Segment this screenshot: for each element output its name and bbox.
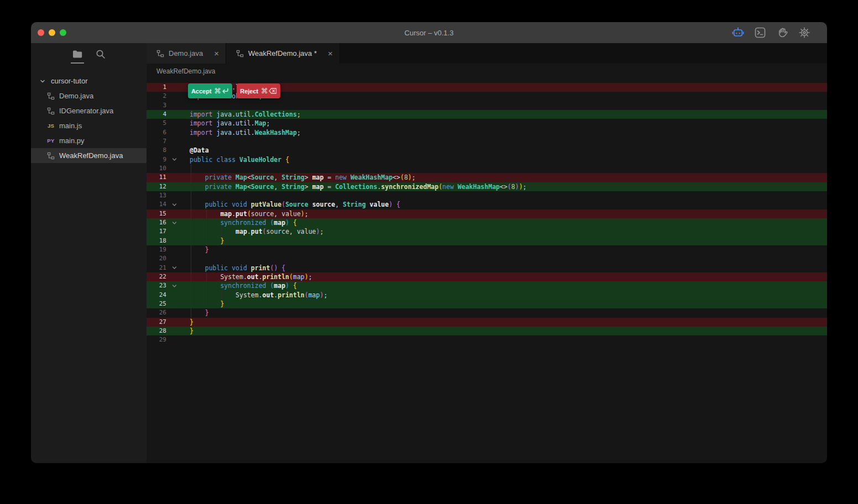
close-tab-icon[interactable]: × [327, 49, 334, 57]
gutter-fold [166, 327, 182, 335]
tree-item-demo-java[interactable]: Demo.java [31, 88, 147, 103]
fold-chevron-icon[interactable] [172, 202, 177, 207]
code-line-18-add[interactable]: 18 } [147, 237, 827, 245]
line-number: 21 [147, 264, 166, 272]
search-icon[interactable] [94, 48, 107, 61]
code-line-26[interactable]: 26 } [147, 308, 827, 317]
code-line-9[interactable]: 9public class ValueHolder { [147, 155, 827, 164]
fold-chevron-icon[interactable] [172, 265, 177, 270]
code-line-13[interactable]: 13 [147, 191, 827, 200]
code-line-4-add[interactable]: 4import java.util.Collections; [147, 110, 827, 119]
code-line-20[interactable]: 20 [147, 254, 827, 263]
code-text: System.out.println(map); [182, 291, 327, 300]
gutter-fold [166, 110, 182, 119]
code-line-25-add[interactable]: 25 } [147, 300, 827, 308]
code-line-21[interactable]: 21 public void print() { [147, 264, 827, 272]
code-line-11-del[interactable]: 11 private Map<Source, String> map = new… [147, 173, 827, 182]
line-number: 23 [147, 281, 166, 290]
gutter-fold[interactable] [166, 281, 182, 290]
code-text: } [182, 237, 224, 245]
code-line-15-del[interactable]: 15 map.put(source, value); [147, 209, 827, 218]
code-line-10[interactable]: 10 [147, 164, 827, 173]
code-text [182, 191, 190, 200]
tree-root-cursor-tutor[interactable]: cursor-tutor [31, 74, 147, 88]
code-text: import java.util.Map; [182, 119, 270, 128]
tree-item-label: WeakRefDemo.java [59, 151, 123, 160]
code-line-29[interactable]: 29 [147, 335, 827, 344]
tab-demo-java[interactable]: Demo.java× [147, 43, 226, 64]
py-file-icon: PY [47, 138, 54, 144]
code-line-8[interactable]: 8@Data [147, 146, 827, 155]
code-line-7[interactable]: 7 [147, 137, 827, 146]
gutter-fold [166, 308, 182, 317]
code-line-23-add[interactable]: 23 synchronized (map) { [147, 281, 827, 290]
gutter-fold[interactable] [166, 155, 182, 164]
gutter-fold[interactable] [166, 218, 182, 227]
java-file-icon [47, 107, 55, 115]
code-line-3[interactable]: 3 [147, 101, 827, 110]
gutter-fold [166, 128, 182, 137]
breadcrumb[interactable]: WeakRefDemo.java [147, 64, 827, 79]
robot-icon[interactable] [732, 27, 744, 39]
line-number: 14 [147, 200, 166, 209]
fold-chevron-icon[interactable] [172, 221, 177, 225]
code-line-12-add[interactable]: 12 private Map<Source, String> map = Col… [147, 182, 827, 191]
gutter-fold [166, 300, 182, 308]
desktop: Cursor – v0.1.3 [0, 0, 858, 504]
gutter-fold [166, 272, 182, 281]
chevron-down-icon [40, 78, 45, 84]
line-number: 15 [147, 209, 166, 218]
close-window-icon[interactable] [38, 29, 44, 36]
close-tab-icon[interactable]: × [213, 49, 220, 57]
code-text: } [182, 318, 193, 327]
reject-shortcut: ⌘ [261, 87, 277, 95]
tree-item-idgenerator-java[interactable]: IDGenerator.java [31, 103, 147, 118]
fold-chevron-icon[interactable] [172, 284, 177, 288]
tab-weakrefdemo-java-[interactable]: WeakRefDemo.java *× [226, 43, 340, 64]
tree-item-weakrefdemo-java[interactable]: WeakRefDemo.java [31, 148, 147, 163]
code-line-6[interactable]: 6import java.util.WeakHashMap; [147, 128, 827, 137]
code-text: } [182, 308, 209, 317]
code-text: public void putValue(Source source, Stri… [182, 200, 400, 209]
gear-icon[interactable] [798, 27, 810, 39]
gutter-fold [166, 254, 182, 263]
code-text: private Map<Source, String> map = new We… [182, 173, 416, 182]
files-icon[interactable] [71, 48, 84, 64]
code-editor[interactable]: Accept ⌘ Reject ⌘ [147, 79, 827, 463]
tree-item-main-py[interactable]: PYmain.py [31, 133, 147, 148]
code-line-27-del[interactable]: 27} [147, 318, 827, 327]
code-line-28-add[interactable]: 28} [147, 327, 827, 335]
code-line-24-add[interactable]: 24 System.out.println(map); [147, 291, 827, 300]
code-line-16-add[interactable]: 16 synchronized (map) { [147, 218, 827, 227]
fold-chevron-icon[interactable] [172, 157, 177, 162]
gutter-fold[interactable] [166, 200, 182, 209]
code-text: } [182, 300, 224, 308]
tree-item-main-js[interactable]: JSmain.js [31, 118, 147, 133]
code-line-14[interactable]: 14 public void putValue(Source source, S… [147, 200, 827, 209]
return-icon [222, 88, 229, 94]
line-number: 4 [147, 110, 166, 119]
accept-button[interactable]: Accept ⌘ [188, 83, 232, 98]
line-number: 29 [147, 335, 166, 344]
breadcrumb-file[interactable]: WeakRefDemo.java [156, 67, 216, 75]
window-title: Cursor – v0.1.3 [31, 29, 827, 37]
line-number: 9 [147, 155, 166, 164]
code-line-17-add[interactable]: 17 map.put(source, value); [147, 227, 827, 236]
gutter-fold [166, 335, 182, 344]
reject-button[interactable]: Reject ⌘ [237, 83, 280, 98]
minimize-window-icon[interactable] [49, 29, 55, 36]
cursor-window: Cursor – v0.1.3 [31, 22, 827, 463]
zoom-window-icon[interactable] [60, 29, 66, 36]
code-line-5[interactable]: 5import java.util.Map; [147, 119, 827, 128]
gutter-fold [166, 245, 182, 254]
terminal-icon[interactable] [754, 27, 766, 39]
gutter-fold [166, 164, 182, 173]
gutter-fold[interactable] [166, 264, 182, 272]
java-file-icon [47, 92, 55, 100]
line-number: 25 [147, 300, 166, 308]
tree-item-label: main.js [59, 122, 82, 130]
code-text: System.out.println(map); [182, 272, 312, 281]
code-line-19[interactable]: 19 } [147, 245, 827, 254]
hand-icon[interactable] [776, 27, 788, 39]
code-line-22-del[interactable]: 22 System.out.println(map); [147, 272, 827, 281]
